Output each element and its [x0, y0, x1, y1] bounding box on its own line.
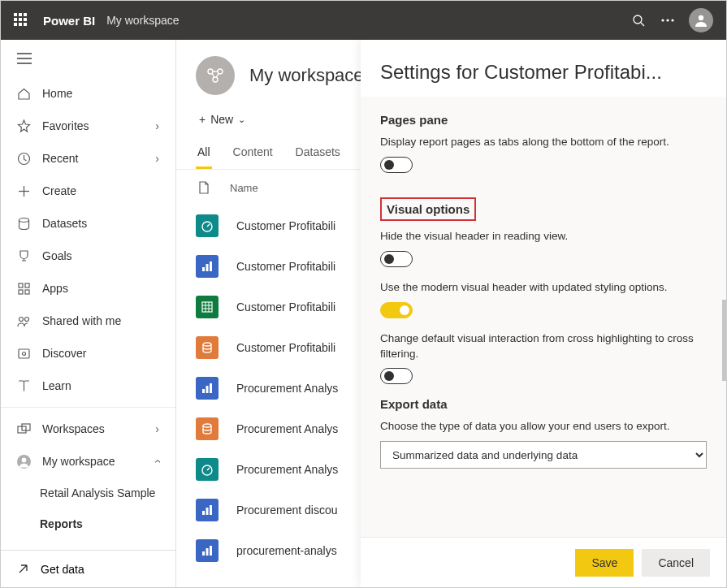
sub-retail-sample[interactable]: Retail Analysis Sample — [1, 478, 175, 508]
item-name-label: procurement-analys — [236, 544, 337, 557]
modern-header-toggle[interactable] — [380, 302, 413, 318]
hamburger-icon[interactable] — [17, 53, 32, 64]
app-launcher-icon[interactable] — [14, 13, 28, 28]
item-name-label: Customer Profitabili — [236, 341, 335, 354]
svg-point-17 — [19, 317, 24, 321]
chevron-down-icon: ⌄ — [238, 115, 245, 125]
svg-point-20 — [23, 352, 26, 355]
item-type-icon — [196, 296, 219, 318]
nav-label: Goals — [42, 249, 72, 262]
save-button[interactable]: Save — [575, 549, 634, 577]
item-name-label: Procurement Analys — [236, 463, 338, 476]
svg-line-28 — [212, 73, 214, 78]
svg-rect-42 — [206, 386, 209, 393]
svg-rect-46 — [202, 511, 205, 515]
nav-label: Discover — [42, 347, 86, 360]
arrow-out-icon — [17, 563, 29, 575]
svg-rect-47 — [206, 508, 209, 515]
nav-goals[interactable]: Goals — [1, 240, 175, 272]
nav-shared[interactable]: Shared with me — [1, 305, 175, 337]
item-name-label: Customer Profitabili — [236, 300, 335, 313]
plus-icon: + — [199, 113, 206, 126]
tab-datasets[interactable]: Datasets — [294, 145, 342, 169]
person-icon — [17, 455, 31, 469]
svg-point-5 — [699, 15, 703, 20]
svg-point-24 — [22, 457, 27, 462]
workspace-title: My workspace — [249, 65, 364, 86]
apps-icon — [17, 282, 31, 296]
new-button[interactable]: +New⌄ — [196, 108, 249, 131]
clock-icon — [17, 152, 31, 166]
export-desc: Choose the type of data you allow your e… — [380, 419, 707, 435]
nav-workspaces[interactable]: Workspaces› — [1, 413, 175, 445]
nav-datasets[interactable]: Datasets — [1, 207, 175, 240]
nav-create[interactable]: Create — [1, 175, 175, 207]
item-type-icon — [196, 336, 219, 359]
chevron-right-icon: › — [155, 422, 159, 435]
item-type-icon — [196, 377, 219, 400]
svg-rect-43 — [210, 383, 212, 393]
name-column-header[interactable]: Name — [230, 182, 258, 194]
nav-recent[interactable]: Recent› — [1, 142, 175, 175]
svg-rect-15 — [19, 290, 23, 294]
svg-point-0 — [634, 15, 642, 24]
discover-icon — [17, 347, 31, 361]
more-icon[interactable] — [653, 6, 682, 35]
workspace-breadcrumb[interactable]: My workspace — [106, 14, 179, 27]
tab-content[interactable]: Content — [232, 145, 275, 169]
item-name-label: Customer Profitabili — [236, 260, 335, 273]
chevron-right-icon: › — [155, 152, 159, 165]
nav-my-workspace[interactable]: My workspace› — [1, 445, 175, 478]
nav-label: Create — [42, 184, 76, 197]
workspace-avatar — [196, 56, 235, 95]
search-icon[interactable] — [624, 6, 653, 35]
tab-all[interactable]: All — [196, 145, 212, 169]
nav-home[interactable]: Home — [1, 77, 175, 110]
svg-rect-14 — [25, 283, 29, 288]
item-name-label: Procurement Analys — [236, 382, 338, 395]
visual-options-title: Visual options — [380, 197, 476, 221]
nav-label: Shared with me — [42, 314, 121, 327]
svg-point-31 — [202, 222, 212, 231]
cross-filter-toggle[interactable] — [380, 368, 413, 384]
sub-reports[interactable]: Reports — [1, 508, 175, 539]
nav-apps[interactable]: Apps — [1, 272, 175, 305]
nav-discover[interactable]: Discover — [1, 337, 175, 370]
nav-label: Learn — [42, 379, 71, 392]
svg-rect-33 — [206, 264, 209, 271]
svg-point-4 — [671, 19, 673, 21]
type-column-icon — [196, 181, 212, 194]
nav-learn[interactable]: Learn — [1, 370, 175, 402]
svg-point-44 — [203, 424, 211, 427]
nav-favorites[interactable]: Favorites› — [1, 110, 175, 142]
item-name-label: Customer Profitabili — [236, 219, 335, 232]
pages-pane-toggle[interactable] — [380, 157, 413, 173]
svg-point-12 — [19, 218, 29, 222]
nav-label: My workspace — [42, 455, 115, 468]
scrollbar[interactable] — [722, 300, 726, 381]
svg-point-3 — [666, 19, 669, 21]
svg-rect-19 — [19, 349, 29, 358]
chevron-right-icon: › — [155, 119, 159, 132]
workspaces-icon — [17, 422, 31, 436]
book-icon — [17, 379, 31, 393]
cancel-button[interactable]: Cancel — [642, 549, 710, 577]
svg-point-18 — [25, 317, 29, 321]
item-name-label: Procurement discou — [236, 504, 338, 517]
nav-label: Datasets — [42, 217, 87, 230]
hide-header-toggle[interactable] — [380, 251, 413, 267]
nav-label: Favorites — [42, 119, 89, 132]
item-type-icon — [196, 255, 219, 278]
nav-get-data[interactable]: Get data — [1, 550, 175, 587]
avatar[interactable] — [689, 8, 713, 32]
new-label: New — [210, 113, 233, 126]
pages-pane-desc: Display report pages as tabs along the b… — [380, 135, 707, 150]
svg-rect-50 — [206, 548, 209, 556]
svg-rect-34 — [210, 262, 212, 271]
svg-point-27 — [213, 77, 218, 82]
item-type-icon — [196, 499, 219, 521]
export-select[interactable]: Summarized data and underlying data — [380, 441, 707, 469]
item-name-label: Procurement Analys — [236, 422, 338, 435]
svg-point-45 — [202, 465, 212, 475]
pages-pane-title: Pages pane — [380, 113, 707, 127]
